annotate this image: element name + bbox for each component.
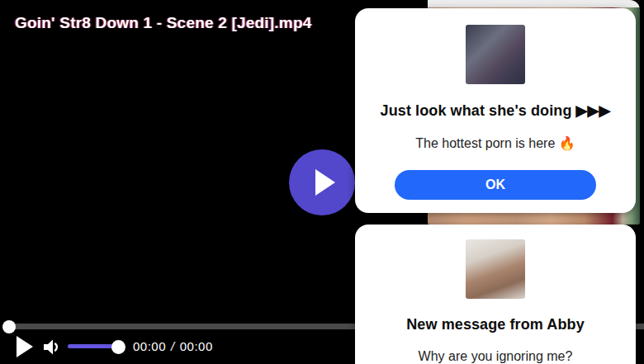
popup-2-heading: New message from Abby: [355, 316, 636, 333]
ad-popup-1: Just look what she's doing ▶▶▶ The hotte…: [355, 8, 636, 213]
mute-button[interactable]: [41, 337, 63, 357]
speaker-low-icon: [41, 337, 63, 357]
ok-button[interactable]: OK: [395, 170, 596, 200]
page: Goin' Str8 Down 1 - Scene 2 [Jedi].mp4 0…: [0, 0, 644, 364]
progress-handle[interactable]: [2, 320, 16, 333]
popup-1-heading: Just look what she's doing ▶▶▶: [355, 102, 636, 120]
time-separator: /: [171, 339, 175, 353]
ad-popup-2: New message from Abby Why are you ignori…: [355, 225, 636, 364]
video-title: Goin' Str8 Down 1 - Scene 2 [Jedi].mp4: [15, 14, 311, 32]
time-display: 00:00/00:00: [133, 339, 213, 353]
play-icon: [17, 336, 33, 357]
duration: 00:00: [180, 339, 213, 353]
popup-1-body: The hottest porn is here 🔥: [355, 135, 636, 151]
ad-thumbnail-1[interactable]: [466, 25, 525, 84]
volume-handle[interactable]: [111, 340, 125, 354]
big-play-button[interactable]: [289, 149, 355, 215]
background-ad-card-top: [428, 0, 640, 7]
play-icon: [315, 169, 335, 196]
play-button[interactable]: [15, 336, 35, 358]
ad-thumbnail-2[interactable]: [466, 239, 525, 299]
popup-2-body: Why are you ignoring me?: [355, 349, 636, 364]
current-time: 00:00: [133, 339, 166, 353]
